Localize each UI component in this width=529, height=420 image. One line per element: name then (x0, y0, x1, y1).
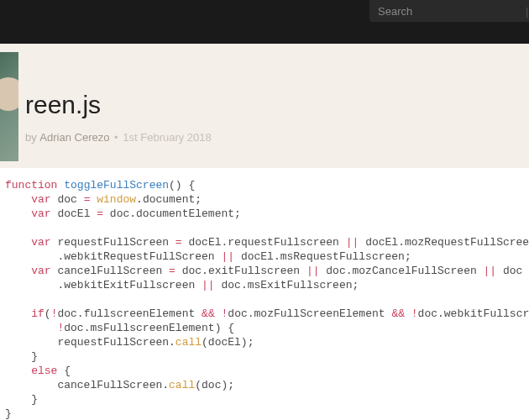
operator: ! (411, 307, 418, 320)
method-call: call (169, 379, 195, 391)
keyword-else: else (31, 365, 57, 377)
operator: && (202, 307, 215, 320)
operator: = (169, 265, 175, 277)
byline-separator: • (114, 131, 118, 144)
code-text: } (5, 393, 38, 406)
page-title: reen.js (25, 44, 529, 119)
author-link[interactable]: Adrian Cerezo (39, 131, 109, 144)
operator: || (202, 279, 215, 291)
search-input[interactable] (378, 5, 519, 18)
operator: && (391, 307, 405, 320)
avatar (0, 52, 18, 161)
code-text: doc.webkitFullscr (418, 307, 529, 320)
article-header: reen.js by Adrian Cerezo • 1st February … (0, 44, 529, 168)
code-text: doc.msFullscreenElement) { (64, 322, 234, 334)
code-text: cancelFullScreen. (5, 379, 169, 391)
code-text: requestFullScreen. (5, 336, 175, 349)
code-text: doc (496, 265, 522, 277)
function-name: toggleFullScreen (64, 179, 169, 192)
search-divider: | (526, 5, 528, 18)
top-bar: | All (0, 0, 529, 44)
byline: by Adrian Cerezo • 1st February 2018 (25, 131, 529, 144)
code-text: .document; (136, 193, 202, 206)
search-box: | All (369, 0, 529, 22)
code-text: .webkitExitFullscreen (57, 279, 202, 291)
code-text: doc.msExitFullscreen; (215, 279, 359, 291)
by-label: by (25, 131, 37, 144)
operator: = (175, 236, 182, 249)
code-text: (docEl); (202, 336, 254, 349)
code-text: docEl (51, 207, 97, 220)
code-text: (doc); (195, 379, 234, 391)
code-text: docEl.requestFullscreen (182, 236, 346, 249)
code-text: cancelFullScreen (51, 265, 169, 277)
keyword-var: var (31, 265, 50, 277)
keyword-function: function (5, 179, 57, 192)
global-window: window (97, 193, 136, 206)
operator: || (221, 250, 234, 263)
operator: || (484, 265, 497, 277)
code-text: () { (169, 179, 195, 192)
operator: = (97, 207, 103, 220)
keyword-if: if (31, 307, 45, 320)
operator: = (84, 193, 91, 206)
code-text: doc (51, 193, 84, 206)
code-text: docEl.mozRequestFullScreen (359, 236, 529, 249)
code-text: doc.mozFullScreenElement (228, 307, 391, 320)
code-text: doc.mozCancelFullScreen (320, 265, 484, 277)
publish-date: 1st February 2018 (123, 131, 212, 144)
method-call: call (175, 336, 202, 349)
code-text: { (57, 365, 71, 377)
code-text: ( (45, 307, 51, 320)
code-text: docEl.msRequestFullscreen; (234, 250, 411, 263)
code-text: } (5, 350, 38, 363)
code-block: function toggleFullScreen() { var doc = … (0, 168, 529, 420)
keyword-var: var (31, 207, 50, 220)
code-text: doc.documentElement; (103, 207, 241, 220)
code-text: .webkitRequestFullScreen (57, 250, 221, 263)
keyword-var: var (31, 236, 50, 249)
code-text: doc.exitFullscreen (175, 265, 306, 277)
code-text: doc.fullscreenElement (57, 307, 202, 320)
code-text: requestFullScreen (51, 236, 175, 249)
keyword-var: var (31, 193, 50, 206)
code-text: } (5, 407, 12, 420)
operator: || (346, 236, 359, 249)
operator: || (306, 265, 320, 277)
